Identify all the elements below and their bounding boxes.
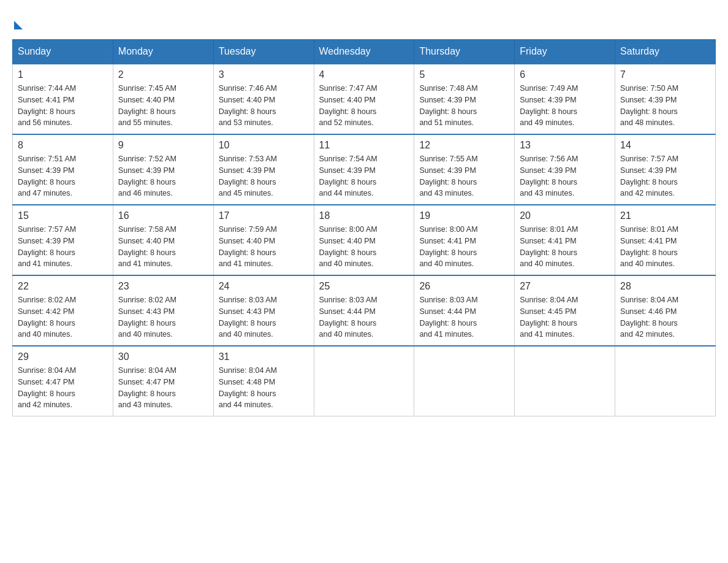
day-info: Sunrise: 8:04 AM Sunset: 4:45 PM Dayligh… — [520, 294, 610, 340]
calendar-day-cell: 21 Sunrise: 8:01 AM Sunset: 4:41 PM Dayl… — [615, 205, 716, 275]
calendar-day-cell: 8 Sunrise: 7:51 AM Sunset: 4:39 PM Dayli… — [13, 134, 113, 205]
calendar-day-cell: 31 Sunrise: 8:04 AM Sunset: 4:48 PM Dayl… — [213, 346, 314, 416]
day-number: 9 — [118, 140, 208, 151]
day-info: Sunrise: 7:51 AM Sunset: 4:39 PM Dayligh… — [18, 153, 108, 199]
calendar-day-cell — [615, 346, 716, 416]
calendar-day-cell: 10 Sunrise: 7:53 AM Sunset: 4:39 PM Dayl… — [213, 134, 314, 205]
day-of-week-header: Sunday — [13, 40, 113, 64]
calendar-day-cell: 16 Sunrise: 7:58 AM Sunset: 4:40 PM Dayl… — [113, 205, 213, 275]
day-info: Sunrise: 7:47 AM Sunset: 4:40 PM Dayligh… — [319, 83, 409, 129]
day-info: Sunrise: 8:00 AM Sunset: 4:40 PM Dayligh… — [319, 224, 409, 270]
calendar-day-cell: 4 Sunrise: 7:47 AM Sunset: 4:40 PM Dayli… — [314, 64, 414, 134]
calendar-day-cell: 11 Sunrise: 7:54 AM Sunset: 4:39 PM Dayl… — [314, 134, 414, 205]
day-number: 17 — [219, 210, 309, 221]
day-of-week-header: Monday — [113, 40, 213, 64]
day-info: Sunrise: 8:03 AM Sunset: 4:43 PM Dayligh… — [219, 294, 309, 340]
calendar-day-cell: 23 Sunrise: 8:02 AM Sunset: 4:43 PM Dayl… — [113, 275, 213, 346]
page-header — [12, 12, 716, 29]
day-number: 13 — [520, 140, 610, 151]
day-number: 31 — [219, 351, 309, 362]
calendar-day-cell: 19 Sunrise: 8:00 AM Sunset: 4:41 PM Dayl… — [414, 205, 515, 275]
day-info: Sunrise: 7:49 AM Sunset: 4:39 PM Dayligh… — [520, 83, 610, 129]
calendar-day-cell: 12 Sunrise: 7:55 AM Sunset: 4:39 PM Dayl… — [414, 134, 515, 205]
calendar-week-row: 1 Sunrise: 7:44 AM Sunset: 4:41 PM Dayli… — [13, 64, 716, 134]
day-number: 20 — [520, 210, 610, 221]
day-info: Sunrise: 7:59 AM Sunset: 4:40 PM Dayligh… — [219, 224, 309, 270]
day-of-week-header: Tuesday — [213, 40, 314, 64]
day-info: Sunrise: 8:04 AM Sunset: 4:48 PM Dayligh… — [219, 365, 309, 411]
calendar-day-cell: 27 Sunrise: 8:04 AM Sunset: 4:45 PM Dayl… — [515, 275, 615, 346]
calendar-day-cell: 15 Sunrise: 7:57 AM Sunset: 4:39 PM Dayl… — [13, 205, 113, 275]
day-number: 6 — [520, 69, 610, 80]
calendar-day-cell: 14 Sunrise: 7:57 AM Sunset: 4:39 PM Dayl… — [615, 134, 716, 205]
calendar-week-row: 8 Sunrise: 7:51 AM Sunset: 4:39 PM Dayli… — [13, 134, 716, 205]
day-number: 25 — [319, 281, 409, 292]
day-number: 16 — [118, 210, 208, 221]
calendar-day-cell: 2 Sunrise: 7:45 AM Sunset: 4:40 PM Dayli… — [113, 64, 213, 134]
day-number: 30 — [118, 351, 208, 362]
day-number: 22 — [18, 281, 108, 292]
day-number: 18 — [319, 210, 409, 221]
day-number: 8 — [18, 140, 108, 151]
day-number: 24 — [219, 281, 309, 292]
day-number: 3 — [219, 69, 309, 80]
day-number: 2 — [118, 69, 208, 80]
day-of-week-header: Wednesday — [314, 40, 414, 64]
day-number: 21 — [620, 210, 710, 221]
day-info: Sunrise: 7:50 AM Sunset: 4:39 PM Dayligh… — [620, 83, 710, 129]
calendar-day-cell: 30 Sunrise: 8:04 AM Sunset: 4:47 PM Dayl… — [113, 346, 213, 416]
calendar-table: SundayMondayTuesdayWednesdayThursdayFrid… — [12, 39, 716, 416]
day-number: 11 — [319, 140, 409, 151]
day-of-week-header: Friday — [515, 40, 615, 64]
calendar-day-cell — [515, 346, 615, 416]
day-number: 27 — [520, 281, 610, 292]
logo-triangle-icon — [14, 21, 23, 29]
calendar-week-row: 22 Sunrise: 8:02 AM Sunset: 4:42 PM Dayl… — [13, 275, 716, 346]
calendar-day-cell: 17 Sunrise: 7:59 AM Sunset: 4:40 PM Dayl… — [213, 205, 314, 275]
calendar-day-cell: 25 Sunrise: 8:03 AM Sunset: 4:44 PM Dayl… — [314, 275, 414, 346]
day-info: Sunrise: 7:58 AM Sunset: 4:40 PM Dayligh… — [118, 224, 208, 270]
day-info: Sunrise: 8:04 AM Sunset: 4:47 PM Dayligh… — [118, 365, 208, 411]
calendar-header-row: SundayMondayTuesdayWednesdayThursdayFrid… — [13, 40, 716, 64]
day-info: Sunrise: 8:03 AM Sunset: 4:44 PM Dayligh… — [319, 294, 409, 340]
calendar-day-cell: 9 Sunrise: 7:52 AM Sunset: 4:39 PM Dayli… — [113, 134, 213, 205]
calendar-day-cell: 18 Sunrise: 8:00 AM Sunset: 4:40 PM Dayl… — [314, 205, 414, 275]
day-info: Sunrise: 7:55 AM Sunset: 4:39 PM Dayligh… — [419, 153, 509, 199]
calendar-day-cell: 22 Sunrise: 8:02 AM Sunset: 4:42 PM Dayl… — [13, 275, 113, 346]
day-number: 14 — [620, 140, 710, 151]
day-number: 5 — [419, 69, 509, 80]
day-number: 12 — [419, 140, 509, 151]
calendar-day-cell: 5 Sunrise: 7:48 AM Sunset: 4:39 PM Dayli… — [414, 64, 515, 134]
day-info: Sunrise: 8:02 AM Sunset: 4:43 PM Dayligh… — [118, 294, 208, 340]
day-info: Sunrise: 7:44 AM Sunset: 4:41 PM Dayligh… — [18, 83, 108, 129]
logo — [12, 12, 23, 29]
calendar-day-cell: 24 Sunrise: 8:03 AM Sunset: 4:43 PM Dayl… — [213, 275, 314, 346]
calendar-day-cell: 3 Sunrise: 7:46 AM Sunset: 4:40 PM Dayli… — [213, 64, 314, 134]
day-number: 1 — [18, 69, 108, 80]
day-number: 10 — [219, 140, 309, 151]
calendar-day-cell: 29 Sunrise: 8:04 AM Sunset: 4:47 PM Dayl… — [13, 346, 113, 416]
day-number: 4 — [319, 69, 409, 80]
day-info: Sunrise: 7:57 AM Sunset: 4:39 PM Dayligh… — [620, 153, 710, 199]
day-info: Sunrise: 7:48 AM Sunset: 4:39 PM Dayligh… — [419, 83, 509, 129]
day-info: Sunrise: 8:03 AM Sunset: 4:44 PM Dayligh… — [419, 294, 509, 340]
day-number: 29 — [18, 351, 108, 362]
calendar-day-cell: 20 Sunrise: 8:01 AM Sunset: 4:41 PM Dayl… — [515, 205, 615, 275]
calendar-week-row: 29 Sunrise: 8:04 AM Sunset: 4:47 PM Dayl… — [13, 346, 716, 416]
calendar-day-cell — [314, 346, 414, 416]
calendar-day-cell: 1 Sunrise: 7:44 AM Sunset: 4:41 PM Dayli… — [13, 64, 113, 134]
day-info: Sunrise: 7:57 AM Sunset: 4:39 PM Dayligh… — [18, 224, 108, 270]
day-info: Sunrise: 8:01 AM Sunset: 4:41 PM Dayligh… — [620, 224, 710, 270]
day-info: Sunrise: 8:04 AM Sunset: 4:47 PM Dayligh… — [18, 365, 108, 411]
day-info: Sunrise: 7:54 AM Sunset: 4:39 PM Dayligh… — [319, 153, 409, 199]
day-info: Sunrise: 8:04 AM Sunset: 4:46 PM Dayligh… — [620, 294, 710, 340]
day-of-week-header: Saturday — [615, 40, 716, 64]
day-number: 23 — [118, 281, 208, 292]
calendar-day-cell: 7 Sunrise: 7:50 AM Sunset: 4:39 PM Dayli… — [615, 64, 716, 134]
calendar-day-cell — [414, 346, 515, 416]
day-info: Sunrise: 7:46 AM Sunset: 4:40 PM Dayligh… — [219, 83, 309, 129]
day-info: Sunrise: 7:56 AM Sunset: 4:39 PM Dayligh… — [520, 153, 610, 199]
calendar-day-cell: 26 Sunrise: 8:03 AM Sunset: 4:44 PM Dayl… — [414, 275, 515, 346]
day-info: Sunrise: 8:02 AM Sunset: 4:42 PM Dayligh… — [18, 294, 108, 340]
day-info: Sunrise: 7:53 AM Sunset: 4:39 PM Dayligh… — [219, 153, 309, 199]
